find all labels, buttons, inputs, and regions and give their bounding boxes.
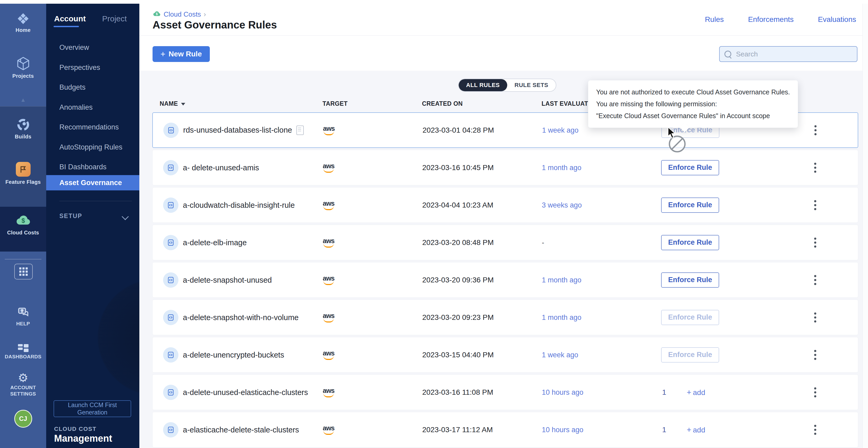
created-on-value: 2023-03-20 09:23 PM <box>422 313 494 322</box>
copy-icon[interactable] <box>297 126 304 135</box>
aws-logo-icon: aws <box>323 238 334 248</box>
nav-enforcements[interactable]: Enforcements <box>748 15 794 24</box>
tab-account[interactable]: Account <box>54 14 86 23</box>
chevron-down-icon[interactable] <box>122 213 129 220</box>
top-nav: Rules Enforcements Evaluations <box>705 15 856 24</box>
plus-icon: + <box>160 49 165 59</box>
enforce-rule-button[interactable]: Enforce Rule <box>661 347 719 363</box>
harness-watermark <box>76 258 140 416</box>
sort-caret-icon <box>181 103 185 105</box>
enforce-rule-button[interactable]: Enforce Rule <box>661 235 719 250</box>
rule-name-cell: a-delete-snapshot-unused <box>183 276 272 284</box>
page-header: $ Cloud Costs › Asset Governance Rules R… <box>140 4 868 36</box>
table-row[interactable]: a-elasticache-delete-stale-clustersaws20… <box>152 412 858 447</box>
rail-account-settings[interactable]: ⚙ ACCOUNT SETTINGS <box>0 372 46 397</box>
avatar[interactable]: CJ <box>14 410 32 428</box>
module-rail: ❖ Home Projects ▲ Builds Feature Flags $ <box>0 4 46 448</box>
toggle-all-rules[interactable]: ALL RULES <box>459 79 507 91</box>
home-icon: ❖ <box>17 10 30 27</box>
rule-icon <box>163 310 178 325</box>
table-row[interactable]: a-delete-unencrypted-bucketsaws2023-03-1… <box>152 337 858 373</box>
table-row[interactable]: a-delete-unused-elasticache-clustersaws2… <box>152 374 858 410</box>
rail-collapse-caret[interactable]: ▲ <box>0 97 46 103</box>
last-evaluation-value: 1 week ago <box>542 126 579 134</box>
rule-name-cell: rds-unused-databases-list-clone <box>183 126 304 135</box>
kebab-menu[interactable] <box>813 236 818 249</box>
created-on-value: 2023-03-20 09:36 PM <box>422 276 494 284</box>
asset-governance-page: ❖ Home Projects ▲ Builds Feature Flags $ <box>0 0 868 448</box>
launch-ccm-first-gen-button[interactable]: Launch CCM First Generation <box>54 400 131 417</box>
nav-rules[interactable]: Rules <box>705 15 724 24</box>
enforce-rule-button[interactable]: Enforce Rule <box>661 310 719 325</box>
last-evaluation-value: 10 hours ago <box>542 388 584 396</box>
sidebar-item-overview[interactable]: Overview <box>46 42 140 53</box>
sidebar-item-setup[interactable]: SETUP <box>59 212 82 220</box>
sidebar-item-asset-governance[interactable]: Asset Governance <box>46 175 140 191</box>
rule-icon <box>163 235 178 250</box>
enforce-rule-button[interactable]: Enforce Rule <box>661 272 719 288</box>
projects-icon <box>15 68 31 72</box>
builds-icon <box>16 129 31 133</box>
rail-user[interactable]: CJ <box>0 410 46 428</box>
rules-toggle: ALL RULES RULE SETS <box>458 78 556 92</box>
table-row[interactable]: a-delete-snapshot-with-no-volumeaws2023-… <box>152 300 858 335</box>
rail-home[interactable]: ❖ Home <box>0 11 46 33</box>
rail-dashboards[interactable]: DASHBOARDS <box>0 343 46 360</box>
table-row[interactable]: a-cloudwatch-disable-insight-ruleaws2023… <box>152 187 858 223</box>
last-evaluation-value: 1 month ago <box>542 164 581 172</box>
sidebar-item-bi-dashboards[interactable]: BI Dashboards <box>46 162 140 172</box>
breadcrumb-cloud-costs-link[interactable]: Cloud Costs <box>164 10 201 19</box>
tooltip-line-3: "Execute Cloud Asset Governance Rules" i… <box>596 110 790 122</box>
new-rule-button[interactable]: + New Rule <box>153 46 210 62</box>
kebab-menu[interactable] <box>813 124 818 137</box>
kebab-menu[interactable] <box>813 273 818 287</box>
rail-projects-label: Projects <box>0 73 46 79</box>
table-row[interactable]: a- delete-unused-amisaws2023-03-16 10:45… <box>152 150 858 185</box>
nav-evaluations[interactable]: Evaluations <box>818 15 856 24</box>
enforce-rule-button[interactable]: Enforce Rule <box>661 160 719 175</box>
table-row[interactable]: a-delete-snapshot-unusedaws2023-03-20 09… <box>152 262 858 298</box>
sidebar-item-autostopping-rules[interactable]: AutoStopping Rules <box>46 142 140 152</box>
rail-feature-flags[interactable]: Feature Flags <box>0 162 46 185</box>
created-on-value: 2023-03-16 10:45 PM <box>422 164 494 172</box>
rail-projects[interactable]: Projects <box>0 56 46 79</box>
kebab-menu[interactable] <box>813 348 818 361</box>
rail-help[interactable]: ? HELP <box>0 306 46 327</box>
enforce-rule-button[interactable]: Enforce Rule <box>661 198 719 213</box>
module-grid-button[interactable] <box>14 264 33 279</box>
rail-builds[interactable]: Builds <box>0 117 46 140</box>
sidebar-item-perspectives[interactable]: Perspectives <box>46 62 140 73</box>
last-evaluation-value: 10 hours ago <box>542 425 584 434</box>
aws-logo-icon: aws <box>323 350 334 360</box>
sidebar-item-anomalies[interactable]: Anomalies <box>46 102 140 113</box>
sidebar-item-budgets[interactable]: Budgets <box>46 82 140 93</box>
rule-name: a-delete-unused-elasticache-clusters <box>183 388 308 397</box>
search-icon <box>724 50 731 58</box>
scrollbar[interactable] <box>863 4 868 448</box>
grid-icon <box>19 267 28 276</box>
rail-account-settings-label: ACCOUNT SETTINGS <box>3 384 43 397</box>
rule-icon <box>163 198 178 213</box>
column-target: TARGET <box>322 100 347 107</box>
cloud-costs-icon: $ <box>15 225 31 229</box>
add-enforcement-button[interactable]: +add <box>687 388 705 397</box>
toggle-rule-sets[interactable]: RULE SETS <box>507 79 556 91</box>
kebab-menu[interactable] <box>813 311 818 324</box>
search-box[interactable] <box>719 46 858 62</box>
sidebar-item-recommendations[interactable]: Recommendations <box>46 122 140 132</box>
rail-divider <box>5 259 41 260</box>
kebab-menu[interactable] <box>813 161 818 174</box>
kebab-menu[interactable] <box>813 199 818 212</box>
feature-flags-icon <box>16 162 31 177</box>
cloud-costs-sidenav: Account Project OverviewPerspectivesBudg… <box>46 4 140 448</box>
add-enforcement-button[interactable]: +add <box>687 425 705 434</box>
rail-cloud-costs[interactable]: $ Cloud Costs <box>0 212 46 236</box>
rule-name: a-delete-elb-image <box>183 238 247 247</box>
kebab-menu[interactable] <box>813 423 818 437</box>
table-row[interactable]: a-delete-elb-imageaws2023-03-20 08:48 PM… <box>152 225 858 260</box>
rule-icon <box>163 422 178 438</box>
tab-project[interactable]: Project <box>102 14 127 23</box>
column-name[interactable]: NAME <box>160 100 185 107</box>
kebab-menu[interactable] <box>813 386 818 399</box>
search-input[interactable] <box>736 50 852 59</box>
